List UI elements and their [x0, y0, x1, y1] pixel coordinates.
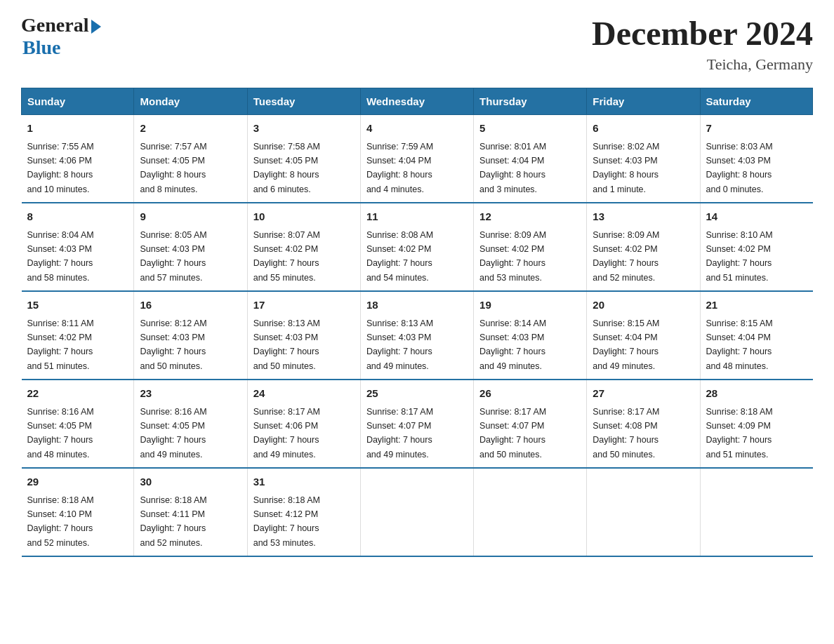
calendar-cell: 26Sunrise: 8:17 AM Sunset: 4:07 PM Dayli…: [474, 380, 587, 468]
calendar-cell: 27Sunrise: 8:17 AM Sunset: 4:08 PM Dayli…: [587, 380, 700, 468]
day-number: 4: [366, 121, 468, 137]
week-row-3: 15Sunrise: 8:11 AM Sunset: 4:02 PM Dayli…: [22, 291, 813, 380]
day-number: 10: [253, 209, 355, 225]
day-number: 2: [140, 121, 241, 137]
day-number: 7: [706, 121, 807, 137]
day-number: 21: [706, 297, 807, 314]
day-number: 13: [593, 209, 694, 225]
calendar-cell: 8Sunrise: 8:04 AM Sunset: 4:03 PM Daylig…: [22, 203, 134, 291]
calendar-cell: [360, 468, 473, 556]
calendar-cell: 15Sunrise: 8:11 AM Sunset: 4:02 PM Dayli…: [22, 291, 134, 380]
day-number: 29: [27, 474, 128, 490]
logo-triangle-icon: [91, 20, 101, 34]
day-number: 24: [253, 386, 355, 402]
calendar-cell: 24Sunrise: 8:17 AM Sunset: 4:06 PM Dayli…: [247, 380, 360, 468]
calendar-cell: 9Sunrise: 8:05 AM Sunset: 4:03 PM Daylig…: [134, 203, 247, 291]
calendar-cell: 25Sunrise: 8:17 AM Sunset: 4:07 PM Dayli…: [360, 380, 473, 468]
day-info: Sunrise: 8:02 AM Sunset: 4:03 PM Dayligh…: [593, 142, 659, 194]
day-info: Sunrise: 7:57 AM Sunset: 4:05 PM Dayligh…: [140, 142, 206, 194]
calendar-title: December 2024: [592, 14, 813, 53]
calendar-cell: [474, 468, 587, 556]
day-number: 8: [27, 209, 128, 225]
day-info: Sunrise: 8:09 AM Sunset: 4:02 PM Dayligh…: [479, 230, 546, 283]
day-info: Sunrise: 7:55 AM Sunset: 4:06 PM Dayligh…: [27, 142, 94, 194]
calendar-cell: [587, 468, 700, 556]
logo-blue-text: Blue: [22, 36, 60, 59]
day-number: 22: [27, 386, 128, 402]
calendar-cell: [700, 468, 813, 556]
title-section: December 2024 Teicha, Germany: [592, 14, 813, 74]
calendar-cell: 2Sunrise: 7:57 AM Sunset: 4:05 PM Daylig…: [134, 115, 247, 203]
calendar-table: SundayMondayTuesdayWednesdayThursdayFrid…: [21, 88, 813, 557]
day-info: Sunrise: 7:59 AM Sunset: 4:04 PM Dayligh…: [366, 142, 433, 194]
day-info: Sunrise: 7:58 AM Sunset: 4:05 PM Dayligh…: [253, 142, 320, 194]
day-number: 15: [27, 297, 128, 314]
calendar-cell: 29Sunrise: 8:18 AM Sunset: 4:10 PM Dayli…: [22, 468, 134, 556]
day-number: 23: [140, 386, 241, 402]
calendar-cell: 21Sunrise: 8:15 AM Sunset: 4:04 PM Dayli…: [700, 291, 813, 380]
day-number: 18: [366, 297, 468, 314]
day-number: 28: [706, 386, 807, 402]
header-tuesday: Tuesday: [247, 88, 360, 115]
calendar-cell: 18Sunrise: 8:13 AM Sunset: 4:03 PM Dayli…: [360, 291, 473, 380]
calendar-cell: 3Sunrise: 7:58 AM Sunset: 4:05 PM Daylig…: [247, 115, 360, 203]
week-row-2: 8Sunrise: 8:04 AM Sunset: 4:03 PM Daylig…: [22, 203, 813, 291]
day-info: Sunrise: 8:05 AM Sunset: 4:03 PM Dayligh…: [140, 230, 206, 283]
calendar-cell: 30Sunrise: 8:18 AM Sunset: 4:11 PM Dayli…: [134, 468, 247, 556]
day-info: Sunrise: 8:03 AM Sunset: 4:03 PM Dayligh…: [706, 142, 773, 194]
calendar-subtitle: Teicha, Germany: [592, 55, 813, 74]
day-number: 26: [479, 386, 581, 402]
day-info: Sunrise: 8:14 AM Sunset: 4:03 PM Dayligh…: [479, 318, 546, 371]
calendar-cell: 12Sunrise: 8:09 AM Sunset: 4:02 PM Dayli…: [474, 203, 587, 291]
calendar-cell: 19Sunrise: 8:14 AM Sunset: 4:03 PM Dayli…: [474, 291, 587, 380]
day-info: Sunrise: 8:12 AM Sunset: 4:03 PM Dayligh…: [140, 318, 206, 371]
day-info: Sunrise: 8:09 AM Sunset: 4:02 PM Dayligh…: [593, 230, 659, 283]
day-number: 12: [479, 209, 581, 225]
page-header: General Blue December 2024 Teicha, Germa…: [21, 14, 813, 74]
calendar-cell: 7Sunrise: 8:03 AM Sunset: 4:03 PM Daylig…: [700, 115, 813, 203]
day-number: 17: [253, 297, 355, 314]
day-info: Sunrise: 8:04 AM Sunset: 4:03 PM Dayligh…: [27, 230, 94, 283]
week-row-5: 29Sunrise: 8:18 AM Sunset: 4:10 PM Dayli…: [22, 468, 813, 556]
calendar-cell: 14Sunrise: 8:10 AM Sunset: 4:02 PM Dayli…: [700, 203, 813, 291]
day-info: Sunrise: 8:18 AM Sunset: 4:11 PM Dayligh…: [140, 495, 206, 548]
header-row: SundayMondayTuesdayWednesdayThursdayFrid…: [22, 88, 813, 115]
day-info: Sunrise: 8:08 AM Sunset: 4:02 PM Dayligh…: [366, 230, 433, 283]
calendar-cell: 6Sunrise: 8:02 AM Sunset: 4:03 PM Daylig…: [587, 115, 700, 203]
calendar-cell: 1Sunrise: 7:55 AM Sunset: 4:06 PM Daylig…: [22, 115, 134, 203]
day-number: 6: [593, 121, 694, 137]
day-info: Sunrise: 8:18 AM Sunset: 4:12 PM Dayligh…: [253, 495, 320, 548]
day-number: 14: [706, 209, 807, 225]
day-number: 20: [593, 297, 694, 314]
day-info: Sunrise: 8:17 AM Sunset: 4:07 PM Dayligh…: [479, 407, 546, 459]
week-row-1: 1Sunrise: 7:55 AM Sunset: 4:06 PM Daylig…: [22, 115, 813, 203]
day-info: Sunrise: 8:11 AM Sunset: 4:02 PM Dayligh…: [27, 318, 94, 371]
day-number: 11: [366, 209, 468, 225]
day-number: 25: [366, 386, 468, 402]
calendar-cell: 11Sunrise: 8:08 AM Sunset: 4:02 PM Dayli…: [360, 203, 473, 291]
calendar-cell: 20Sunrise: 8:15 AM Sunset: 4:04 PM Dayli…: [587, 291, 700, 380]
day-info: Sunrise: 8:17 AM Sunset: 4:06 PM Dayligh…: [253, 407, 320, 459]
day-info: Sunrise: 8:18 AM Sunset: 4:09 PM Dayligh…: [706, 407, 773, 459]
day-info: Sunrise: 8:10 AM Sunset: 4:02 PM Dayligh…: [706, 230, 773, 283]
header-wednesday: Wednesday: [360, 88, 473, 115]
calendar-cell: 23Sunrise: 8:16 AM Sunset: 4:05 PM Dayli…: [134, 380, 247, 468]
day-info: Sunrise: 8:15 AM Sunset: 4:04 PM Dayligh…: [706, 318, 773, 371]
day-number: 31: [253, 474, 355, 490]
day-number: 1: [27, 121, 128, 137]
calendar-cell: 10Sunrise: 8:07 AM Sunset: 4:02 PM Dayli…: [247, 203, 360, 291]
calendar-cell: 22Sunrise: 8:16 AM Sunset: 4:05 PM Dayli…: [22, 380, 134, 468]
day-info: Sunrise: 8:07 AM Sunset: 4:02 PM Dayligh…: [253, 230, 320, 283]
day-info: Sunrise: 8:13 AM Sunset: 4:03 PM Dayligh…: [366, 318, 433, 371]
calendar-cell: 5Sunrise: 8:01 AM Sunset: 4:04 PM Daylig…: [474, 115, 587, 203]
day-info: Sunrise: 8:16 AM Sunset: 4:05 PM Dayligh…: [140, 407, 206, 459]
day-info: Sunrise: 8:15 AM Sunset: 4:04 PM Dayligh…: [593, 318, 659, 371]
calendar-cell: 16Sunrise: 8:12 AM Sunset: 4:03 PM Dayli…: [134, 291, 247, 380]
day-info: Sunrise: 8:17 AM Sunset: 4:07 PM Dayligh…: [366, 407, 433, 459]
calendar-cell: 28Sunrise: 8:18 AM Sunset: 4:09 PM Dayli…: [700, 380, 813, 468]
day-number: 16: [140, 297, 241, 314]
calendar-cell: 17Sunrise: 8:13 AM Sunset: 4:03 PM Dayli…: [247, 291, 360, 380]
day-number: 30: [140, 474, 241, 490]
day-number: 19: [479, 297, 581, 314]
day-info: Sunrise: 8:13 AM Sunset: 4:03 PM Dayligh…: [253, 318, 320, 371]
